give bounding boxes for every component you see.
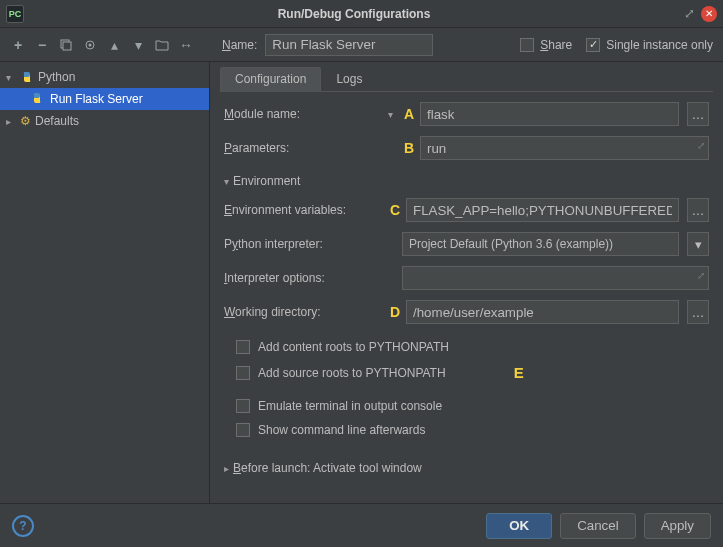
annotation-d: D <box>388 304 402 320</box>
python-interpreter-select[interactable]: Project Default (Python 3.6 (example)) <box>402 232 679 256</box>
dialog-footer: ? OK Cancel Apply <box>0 503 723 547</box>
chevron-right-icon[interactable] <box>6 116 16 127</box>
env-vars-browse-button[interactable]: … <box>687 198 709 222</box>
folder-icon[interactable] <box>154 37 170 53</box>
tab-logs[interactable]: Logs <box>321 67 377 92</box>
tree-label-python: Python <box>38 70 75 84</box>
tab-configuration[interactable]: Configuration <box>220 67 321 92</box>
working-directory-label: Working directory: <box>224 305 384 319</box>
tree-node-defaults[interactable]: ⚙ Defaults <box>0 110 209 132</box>
add-content-roots-label: Add content roots to PYTHONPATH <box>258 340 449 354</box>
python-icon <box>30 91 44 108</box>
module-name-type-dropdown[interactable]: ▾ <box>388 109 398 120</box>
emulate-terminal-label: Emulate terminal in output console <box>258 399 442 413</box>
python-interpreter-label: Python interpreter: <box>224 237 398 251</box>
add-content-roots-checkbox[interactable] <box>236 340 250 354</box>
move-up-icon[interactable]: ▴ <box>106 37 122 53</box>
tree-label-run-flask: Run Flask Server <box>50 92 143 106</box>
python-interpreter-dropdown-button[interactable]: ▾ <box>687 232 709 256</box>
svg-rect-1 <box>63 42 71 50</box>
chevron-down-icon[interactable] <box>6 72 16 83</box>
chevron-right-icon: ▸ <box>224 463 229 474</box>
single-instance-label: Single instance only <box>606 38 713 52</box>
name-label: Name: <box>222 38 257 52</box>
tabs: Configuration Logs <box>220 66 713 92</box>
add-config-icon[interactable]: + <box>10 37 26 53</box>
before-launch-section[interactable]: ▸ Before launch: Activate tool window <box>224 461 709 475</box>
annotation-e: E <box>514 364 524 381</box>
app-badge-icon: PC <box>6 5 24 23</box>
restore-window-icon[interactable]: ⤢ <box>684 6 695 21</box>
window-titlebar: PC Run/Debug Configurations ⤢ ✕ <box>0 0 723 28</box>
parameters-label: Parameters: <box>224 141 384 155</box>
show-cmd-afterwards-label: Show command line afterwards <box>258 423 425 437</box>
parameters-input[interactable] <box>420 136 709 160</box>
python-icon <box>20 70 34 84</box>
settings-icon[interactable] <box>82 37 98 53</box>
config-panel: Configuration Logs Module name: ▾ A … Pa… <box>210 62 723 503</box>
remove-config-icon[interactable]: − <box>34 37 50 53</box>
single-instance-checkbox[interactable] <box>586 38 600 52</box>
tree-node-python[interactable]: Python <box>0 66 209 88</box>
main-area: Python Run Flask Server ⚙ Defaults Confi… <box>0 62 723 503</box>
before-launch-label: Before launch: Activate tool window <box>233 461 422 475</box>
ok-button[interactable]: OK <box>486 513 552 539</box>
tree-label-defaults: Defaults <box>35 114 79 128</box>
apply-button[interactable]: Apply <box>644 513 711 539</box>
show-cmd-afterwards-checkbox[interactable] <box>236 423 250 437</box>
cancel-button[interactable]: Cancel <box>560 513 636 539</box>
module-name-label: Module name: <box>224 107 384 121</box>
env-vars-label: Environment variables: <box>224 203 384 217</box>
share-label: Share <box>540 38 572 52</box>
add-source-roots-checkbox[interactable] <box>236 366 250 380</box>
interpreter-options-input[interactable] <box>402 266 709 290</box>
interpreter-options-label: Interpreter options: <box>224 271 398 285</box>
config-name-input[interactable] <box>265 34 433 56</box>
config-form: Module name: ▾ A … Parameters: B ⤢ ▾ Env… <box>220 92 713 481</box>
toolbar: + − ▴ ▾ ↔ Name: Share Single instance on… <box>0 28 723 62</box>
gear-icon: ⚙ <box>20 114 31 128</box>
annotation-a: A <box>402 106 416 122</box>
annotation-c: C <box>388 202 402 218</box>
python-interpreter-value: Project Default (Python 3.6 (example)) <box>409 237 613 251</box>
svg-point-3 <box>89 43 92 46</box>
move-down-icon[interactable]: ▾ <box>130 37 146 53</box>
module-name-input[interactable] <box>420 102 679 126</box>
environment-section-header[interactable]: ▾ Environment <box>224 174 709 188</box>
module-name-browse-button[interactable]: … <box>687 102 709 126</box>
window-title: Run/Debug Configurations <box>24 7 684 21</box>
share-checkbox[interactable] <box>520 38 534 52</box>
config-tree: Python Run Flask Server ⚙ Defaults <box>0 62 210 503</box>
tree-node-run-flask[interactable]: Run Flask Server <box>0 88 209 110</box>
add-source-roots-label: Add source roots to PYTHONPATH <box>258 366 446 380</box>
working-directory-input[interactable] <box>406 300 679 324</box>
environment-label: Environment <box>233 174 300 188</box>
help-button[interactable]: ? <box>12 515 34 537</box>
expand-tree-icon[interactable]: ↔ <box>178 37 194 53</box>
env-vars-input[interactable] <box>406 198 679 222</box>
copy-config-icon[interactable] <box>58 37 74 53</box>
working-directory-browse-button[interactable]: … <box>687 300 709 324</box>
annotation-b: B <box>402 140 416 156</box>
close-window-icon[interactable]: ✕ <box>701 6 717 22</box>
chevron-down-icon: ▾ <box>224 176 229 187</box>
emulate-terminal-checkbox[interactable] <box>236 399 250 413</box>
